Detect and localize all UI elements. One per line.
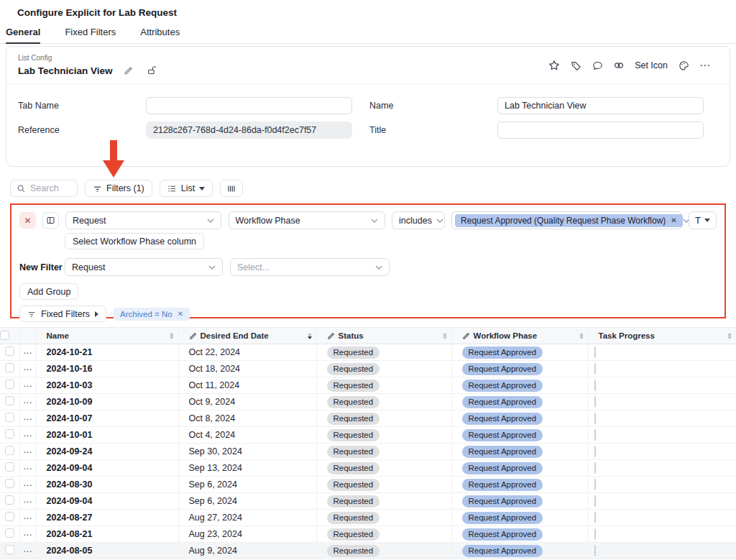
cell-name[interactable]: 2024-10-01 (36, 427, 178, 444)
search-box[interactable] (10, 180, 78, 197)
columns-view-button[interactable] (220, 180, 243, 197)
cell-status[interactable]: Requested (316, 510, 451, 526)
row-checkbox[interactable] (5, 545, 14, 554)
cell-status[interactable]: Requested (316, 344, 451, 361)
tab-general[interactable]: General (6, 27, 40, 43)
row-checkbox[interactable] (5, 346, 14, 356)
filter-column-icon[interactable] (42, 212, 59, 229)
cell-desired-end-date[interactable]: Aug 9, 2024 (178, 543, 316, 559)
row-menu-button[interactable]: ⋯ (19, 444, 36, 460)
cell-workflow-phase[interactable]: Request Approved (451, 427, 588, 444)
filters-button[interactable]: Filters (1) (85, 180, 152, 197)
set-icon-button[interactable]: Set Icon (633, 60, 669, 70)
cell-status[interactable]: Requested (316, 477, 451, 493)
row-checkbox[interactable] (5, 396, 14, 405)
column-header-status[interactable]: Status (316, 328, 451, 344)
row-checkbox[interactable] (5, 479, 14, 488)
cell-desired-end-date[interactable]: Sep 6, 2024 (178, 477, 316, 493)
cell-desired-end-date[interactable]: Oct 18, 2024 (178, 361, 316, 377)
tab-attributes[interactable]: Attributes (140, 27, 180, 43)
name-input[interactable] (497, 97, 704, 114)
cell-name[interactable]: 2024-10-09 (36, 394, 178, 410)
cell-workflow-phase[interactable]: Request Approved (451, 377, 588, 394)
row-checkbox[interactable] (5, 512, 14, 521)
row-menu-button[interactable]: ⋯ (19, 493, 36, 510)
cell-desired-end-date[interactable]: Oct 4, 2024 (178, 427, 316, 444)
cell-status[interactable]: Requested (316, 410, 451, 427)
cell-status[interactable]: Requested (316, 394, 451, 410)
list-view-button[interactable]: List (160, 180, 213, 197)
row-menu-button[interactable]: ⋯ (19, 460, 36, 477)
row-menu-button[interactable]: ⋯ (19, 526, 36, 543)
row-menu-button[interactable]: ⋯ (19, 410, 36, 427)
cell-workflow-phase[interactable]: Request Approved (451, 361, 588, 377)
cell-status[interactable]: Requested (316, 444, 451, 460)
row-checkbox[interactable] (5, 462, 14, 472)
add-group-button[interactable]: Add Group (19, 283, 78, 300)
cell-workflow-phase[interactable]: Request Approved (451, 477, 588, 493)
row-menu-button[interactable]: ⋯ (19, 361, 36, 377)
cell-status[interactable]: Requested (316, 493, 451, 510)
cell-desired-end-date[interactable]: Oct 22, 2024 (178, 344, 316, 361)
tab-name-input[interactable] (146, 97, 352, 114)
filter-value-multiselect[interactable]: Request Approved (Quality Request Phase … (451, 211, 682, 229)
select-workflow-phase-column-button[interactable]: Select Workflow Phase column (65, 233, 204, 249)
cell-desired-end-date[interactable]: Oct 11, 2024 (178, 377, 316, 394)
filter-type-button[interactable]: T (689, 211, 717, 229)
cell-status[interactable]: Requested (316, 543, 451, 559)
tab-fixed-filters[interactable]: Fixed Filters (65, 27, 116, 43)
row-menu-button[interactable]: ⋯ (19, 477, 36, 493)
filter-operator-select[interactable]: includes (392, 211, 445, 229)
cell-workflow-phase[interactable]: Request Approved (451, 394, 588, 410)
sort-icon[interactable] (170, 333, 174, 339)
row-menu-button[interactable]: ⋯ (19, 427, 36, 444)
cell-workflow-phase[interactable]: Request Approved (451, 526, 588, 543)
favorite-star-icon[interactable] (547, 58, 561, 73)
palette-icon[interactable] (676, 58, 691, 73)
cell-desired-end-date[interactable]: Sep 30, 2024 (178, 444, 316, 460)
new-filter-entity-select[interactable]: Request (65, 258, 223, 276)
row-checkbox[interactable] (5, 429, 14, 439)
cell-name[interactable]: 2024-09-24 (36, 444, 178, 460)
cell-name[interactable]: 2024-08-30 (36, 477, 178, 493)
cell-workflow-phase[interactable]: Request Approved (451, 444, 588, 460)
cell-desired-end-date[interactable]: Sep 13, 2024 (178, 460, 316, 477)
sort-icon[interactable] (727, 333, 732, 339)
filter-entity-select[interactable]: Request (65, 211, 221, 229)
cell-name[interactable]: 2024-09-04 (36, 493, 178, 510)
sort-icon-desc-active[interactable] (308, 333, 312, 339)
select-all-checkbox[interactable] (0, 331, 9, 340)
cell-desired-end-date[interactable]: Aug 23, 2024 (178, 526, 316, 543)
row-checkbox[interactable] (5, 413, 14, 422)
cell-workflow-phase[interactable]: Request Approved (451, 493, 588, 510)
cell-name[interactable]: 2024-08-05 (36, 543, 178, 559)
row-menu-button[interactable]: ⋯ (19, 394, 36, 410)
cell-desired-end-date[interactable]: Oct 9, 2024 (178, 394, 316, 410)
row-menu-button[interactable]: ⋯ (19, 377, 36, 394)
cell-workflow-phase[interactable]: Request Approved (451, 510, 588, 526)
new-filter-field-select[interactable]: Select... (230, 258, 390, 276)
cell-desired-end-date[interactable]: Oct 8, 2024 (178, 410, 316, 427)
column-header-workflow-phase[interactable]: Workflow Phase (451, 328, 588, 344)
column-header-name[interactable]: Name (36, 328, 178, 344)
cell-desired-end-date[interactable]: Aug 27, 2024 (178, 510, 316, 526)
remove-filter-button[interactable]: ✕ (19, 212, 36, 229)
row-menu-button[interactable]: ⋯ (19, 510, 36, 526)
sort-icon[interactable] (579, 333, 584, 339)
sort-icon[interactable] (443, 333, 447, 339)
row-menu-button[interactable]: ⋯ (19, 543, 36, 559)
cell-desired-end-date[interactable]: Sep 6, 2024 (178, 493, 316, 510)
tag-icon[interactable] (569, 58, 583, 73)
cell-status[interactable]: Requested (316, 526, 451, 543)
title-input[interactable] (497, 121, 704, 139)
cell-status[interactable]: Requested (316, 377, 451, 394)
row-checkbox[interactable] (5, 446, 14, 455)
column-header-desired-end-date[interactable]: Desired End Date (178, 328, 316, 344)
cell-status[interactable]: Requested (316, 361, 451, 377)
cell-workflow-phase[interactable]: Request Approved (451, 460, 588, 477)
chip-remove-icon[interactable]: ✕ (671, 216, 676, 224)
comment-icon[interactable] (590, 58, 604, 73)
cell-name[interactable]: 2024-08-27 (36, 510, 178, 526)
cell-name[interactable]: 2024-10-16 (36, 361, 178, 377)
row-checkbox[interactable] (5, 528, 14, 538)
